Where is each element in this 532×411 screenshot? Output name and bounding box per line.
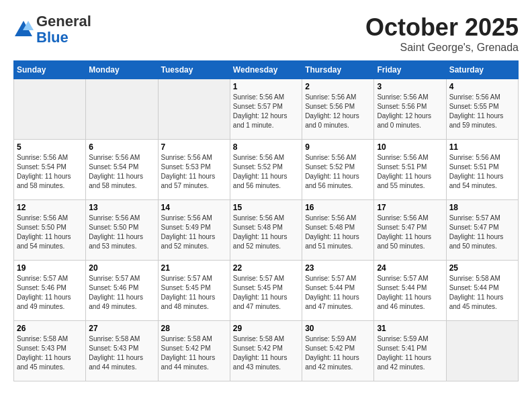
day-info: Sunrise: 5:56 AM Sunset: 5:51 PM Dayligh… <box>377 153 443 191</box>
location-title: Saint George's, Grenada <box>365 42 519 54</box>
day-number: 2 <box>305 82 371 91</box>
day-info: Sunrise: 5:56 AM Sunset: 5:50 PM Dayligh… <box>17 214 83 251</box>
calendar-cell: 10Sunrise: 5:56 AM Sunset: 5:51 PM Dayli… <box>374 140 446 200</box>
calendar-body: 1Sunrise: 5:56 AM Sunset: 5:57 PM Daylig… <box>14 79 519 381</box>
calendar-cell: 17Sunrise: 5:56 AM Sunset: 5:47 PM Dayli… <box>374 200 446 261</box>
day-info: Sunrise: 5:56 AM Sunset: 5:54 PM Dayligh… <box>89 153 154 191</box>
weekday-header-thursday: Thursday <box>302 61 374 79</box>
day-info: Sunrise: 5:56 AM Sunset: 5:50 PM Dayligh… <box>89 214 154 251</box>
day-info: Sunrise: 5:56 AM Sunset: 5:51 PM Dayligh… <box>449 153 515 191</box>
day-number: 26 <box>17 324 83 333</box>
calendar-cell: 9Sunrise: 5:56 AM Sunset: 5:52 PM Daylig… <box>302 140 374 200</box>
calendar-cell: 11Sunrise: 5:56 AM Sunset: 5:51 PM Dayli… <box>446 140 518 200</box>
calendar-cell <box>86 79 158 140</box>
calendar-cell: 14Sunrise: 5:56 AM Sunset: 5:49 PM Dayli… <box>158 200 230 261</box>
day-info: Sunrise: 5:57 AM Sunset: 5:46 PM Dayligh… <box>17 274 83 312</box>
day-number: 17 <box>377 203 443 212</box>
logo-blue: Blue <box>36 29 69 46</box>
calendar-week-3: 12Sunrise: 5:56 AM Sunset: 5:50 PM Dayli… <box>14 200 519 261</box>
day-number: 6 <box>89 142 154 152</box>
day-info: Sunrise: 5:56 AM Sunset: 5:52 PM Dayligh… <box>233 153 299 191</box>
calendar-cell: 31Sunrise: 5:59 AM Sunset: 5:41 PM Dayli… <box>374 321 446 381</box>
day-number: 9 <box>305 142 371 152</box>
day-info: Sunrise: 5:56 AM Sunset: 5:49 PM Dayligh… <box>161 214 227 251</box>
calendar-cell: 25Sunrise: 5:58 AM Sunset: 5:44 PM Dayli… <box>446 261 518 321</box>
day-info: Sunrise: 5:57 AM Sunset: 5:45 PM Dayligh… <box>161 274 227 312</box>
weekday-header-wednesday: Wednesday <box>230 61 302 79</box>
day-number: 30 <box>305 324 371 333</box>
calendar-cell: 15Sunrise: 5:56 AM Sunset: 5:48 PM Dayli… <box>230 200 302 261</box>
calendar-cell: 7Sunrise: 5:56 AM Sunset: 5:53 PM Daylig… <box>158 140 230 200</box>
calendar-week-4: 19Sunrise: 5:57 AM Sunset: 5:46 PM Dayli… <box>14 261 519 321</box>
logo-text: General Blue <box>36 13 91 46</box>
day-info: Sunrise: 5:58 AM Sunset: 5:42 PM Dayligh… <box>233 334 299 372</box>
calendar-week-5: 26Sunrise: 5:58 AM Sunset: 5:43 PM Dayli… <box>14 321 519 381</box>
day-number: 7 <box>161 142 227 152</box>
calendar-cell: 18Sunrise: 5:57 AM Sunset: 5:47 PM Dayli… <box>446 200 518 261</box>
calendar-cell: 29Sunrise: 5:58 AM Sunset: 5:42 PM Dayli… <box>230 321 302 381</box>
day-number: 4 <box>449 82 515 91</box>
calendar-cell <box>158 79 230 140</box>
day-number: 18 <box>449 203 515 212</box>
day-number: 1 <box>233 82 299 91</box>
day-info: Sunrise: 5:56 AM Sunset: 5:54 PM Dayligh… <box>17 153 83 191</box>
logo-general: General <box>36 13 91 30</box>
day-info: Sunrise: 5:57 AM Sunset: 5:47 PM Dayligh… <box>449 214 515 251</box>
day-number: 12 <box>17 203 83 212</box>
calendar-week-2: 5Sunrise: 5:56 AM Sunset: 5:54 PM Daylig… <box>14 140 519 200</box>
day-number: 23 <box>305 263 371 273</box>
day-info: Sunrise: 5:56 AM Sunset: 5:48 PM Dayligh… <box>233 214 299 251</box>
weekday-header-monday: Monday <box>86 61 158 79</box>
day-info: Sunrise: 5:57 AM Sunset: 5:46 PM Dayligh… <box>89 274 154 312</box>
calendar-cell: 4Sunrise: 5:56 AM Sunset: 5:55 PM Daylig… <box>446 79 518 140</box>
calendar-cell: 2Sunrise: 5:56 AM Sunset: 5:56 PM Daylig… <box>302 79 374 140</box>
day-number: 22 <box>233 263 299 273</box>
day-info: Sunrise: 5:58 AM Sunset: 5:43 PM Dayligh… <box>17 334 83 372</box>
day-number: 20 <box>89 263 154 273</box>
calendar-cell: 21Sunrise: 5:57 AM Sunset: 5:45 PM Dayli… <box>158 261 230 321</box>
calendar-cell: 20Sunrise: 5:57 AM Sunset: 5:46 PM Dayli… <box>86 261 158 321</box>
page-header: General Blue October 2025 Saint George's… <box>13 13 519 54</box>
day-info: Sunrise: 5:56 AM Sunset: 5:52 PM Dayligh… <box>305 153 371 191</box>
calendar-cell: 1Sunrise: 5:56 AM Sunset: 5:57 PM Daylig… <box>230 79 302 140</box>
day-number: 11 <box>449 142 515 152</box>
calendar-cell: 8Sunrise: 5:56 AM Sunset: 5:52 PM Daylig… <box>230 140 302 200</box>
weekday-header-tuesday: Tuesday <box>158 61 230 79</box>
calendar-cell: 26Sunrise: 5:58 AM Sunset: 5:43 PM Dayli… <box>14 321 86 381</box>
day-info: Sunrise: 5:56 AM Sunset: 5:53 PM Dayligh… <box>161 153 227 191</box>
calendar-cell: 3Sunrise: 5:56 AM Sunset: 5:56 PM Daylig… <box>374 79 446 140</box>
calendar-week-1: 1Sunrise: 5:56 AM Sunset: 5:57 PM Daylig… <box>14 79 519 140</box>
calendar-cell: 6Sunrise: 5:56 AM Sunset: 5:54 PM Daylig… <box>86 140 158 200</box>
day-number: 10 <box>377 142 443 152</box>
day-info: Sunrise: 5:56 AM Sunset: 5:56 PM Dayligh… <box>305 93 371 130</box>
calendar: SundayMondayTuesdayWednesdayThursdayFrid… <box>13 60 519 381</box>
day-number: 15 <box>233 203 299 212</box>
day-number: 29 <box>233 324 299 333</box>
day-number: 14 <box>161 203 227 212</box>
logo: General Blue <box>13 13 91 46</box>
day-info: Sunrise: 5:59 AM Sunset: 5:41 PM Dayligh… <box>377 334 443 372</box>
day-info: Sunrise: 5:58 AM Sunset: 5:43 PM Dayligh… <box>89 334 154 372</box>
month-title: October 2025 <box>365 13 519 42</box>
weekday-header-saturday: Saturday <box>446 61 518 79</box>
day-info: Sunrise: 5:56 AM Sunset: 5:57 PM Dayligh… <box>233 93 299 130</box>
day-number: 21 <box>161 263 227 273</box>
weekday-header-friday: Friday <box>374 61 446 79</box>
title-block: October 2025 Saint George's, Grenada <box>365 13 519 54</box>
day-info: Sunrise: 5:57 AM Sunset: 5:45 PM Dayligh… <box>233 274 299 312</box>
day-number: 19 <box>17 263 83 273</box>
calendar-cell: 28Sunrise: 5:58 AM Sunset: 5:42 PM Dayli… <box>158 321 230 381</box>
day-number: 28 <box>161 324 227 333</box>
day-number: 24 <box>377 263 443 273</box>
day-number: 5 <box>17 142 83 152</box>
day-number: 13 <box>89 203 154 212</box>
day-number: 16 <box>305 203 371 212</box>
day-info: Sunrise: 5:58 AM Sunset: 5:44 PM Dayligh… <box>449 274 515 312</box>
calendar-cell: 27Sunrise: 5:58 AM Sunset: 5:43 PM Dayli… <box>86 321 158 381</box>
day-number: 31 <box>377 324 443 333</box>
calendar-header: SundayMondayTuesdayWednesdayThursdayFrid… <box>14 61 519 79</box>
day-number: 25 <box>449 263 515 273</box>
day-info: Sunrise: 5:59 AM Sunset: 5:42 PM Dayligh… <box>305 334 371 372</box>
calendar-cell <box>446 321 518 381</box>
day-number: 8 <box>233 142 299 152</box>
